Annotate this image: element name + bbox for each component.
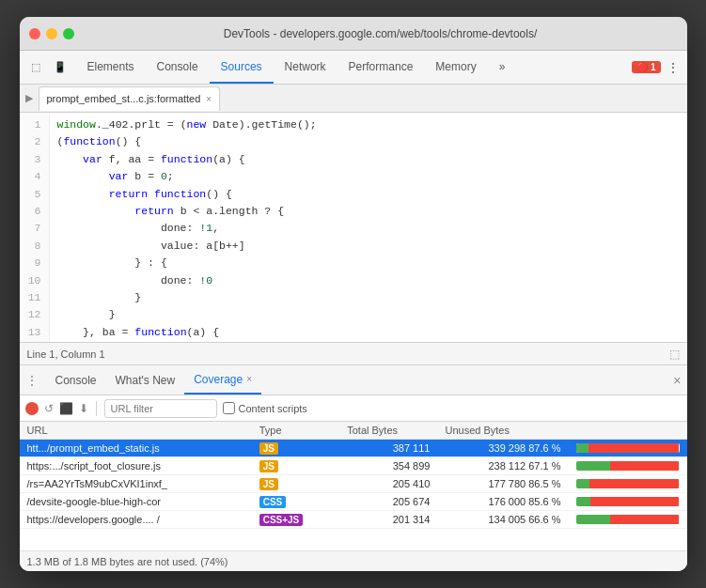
coverage-toolbar: ↺ ⬛ ⬇ Content scripts <box>20 395 687 422</box>
cell-total: 354 899 <box>339 457 437 475</box>
cell-bar <box>569 511 687 529</box>
cursor-position: Line 1, Column 1 <box>27 348 105 360</box>
tab-sources[interactable]: Sources <box>210 51 274 84</box>
cell-unused: 176 000 85.6 % <box>437 493 568 511</box>
code-line: var f, aa = function(a) { <box>57 151 680 168</box>
bottom-panel: ⋮ Console What's New Coverage × × ↺ ⬛ ⬇ … <box>20 364 687 571</box>
stop-icon[interactable]: ⬛ <box>59 402 73 415</box>
inspect-icon[interactable]: ⬚ <box>25 57 46 78</box>
tab-performance[interactable]: Performance <box>337 51 425 84</box>
titlebar: DevTools - developers.google.com/web/too… <box>20 17 687 51</box>
status-text: 1.3 MB of 1.8 MB bytes are not used. (74… <box>27 556 228 567</box>
table-header-row: URL Type Total Bytes Unused Bytes <box>20 422 687 440</box>
cell-bar <box>569 457 687 475</box>
code-line: done: !0 <box>57 272 680 289</box>
panel-tab-coverage[interactable]: Coverage × <box>184 365 261 395</box>
table-row[interactable]: htt.../prompt_embed_static.js JS 387 111… <box>20 440 687 457</box>
cell-unused: 134 005 66.6 % <box>437 511 568 529</box>
panel-toggle-icon[interactable]: ▶ <box>25 92 33 104</box>
close-button[interactable] <box>29 28 40 39</box>
cell-type: JS <box>252 440 340 457</box>
nav-right: 🔴 1 ⋮ <box>632 60 686 75</box>
code-line: } <box>57 306 680 323</box>
tab-more[interactable]: » <box>488 51 517 84</box>
error-count: 1 <box>651 62 656 72</box>
device-icon[interactable]: 📱 <box>50 57 71 78</box>
table-row[interactable]: https:.../script_foot_closure.js JS 354 … <box>20 457 687 475</box>
cell-type: JS <box>252 475 340 493</box>
devtools-window: DevTools - developers.google.com/web/too… <box>20 17 687 571</box>
code-line: } <box>57 289 680 306</box>
code-area[interactable]: 12345 678910 1112131415 16 window._402.p… <box>20 113 687 342</box>
maximize-button[interactable] <box>63 28 74 39</box>
code-line: return function() { <box>57 186 680 203</box>
table-row[interactable]: /devsite-google-blue-high-cor CSS 205 67… <box>20 493 687 511</box>
more-menu-icon[interactable]: ⋮ <box>667 60 680 75</box>
toolbar-separator <box>96 401 97 416</box>
tab-memory[interactable]: Memory <box>424 51 487 84</box>
panel-close-icon[interactable]: × <box>673 373 681 388</box>
editor-statusbar: Line 1, Column 1 ⬚ <box>20 342 687 364</box>
line-numbers: 12345 678910 1112131415 16 <box>20 113 50 342</box>
bottom-status: 1.3 MB of 1.8 MB bytes are not used. (74… <box>20 550 687 571</box>
cell-bar <box>569 440 687 457</box>
minimize-button[interactable] <box>46 28 57 39</box>
cell-total: 387 111 <box>339 440 437 457</box>
cell-type: CSS <box>252 493 340 511</box>
window-title: DevTools - developers.google.com/web/too… <box>84 27 678 40</box>
file-tab-label: prompt_embed_st...c.js:formatted <box>47 93 201 104</box>
tab-elements[interactable]: Elements <box>76 51 146 84</box>
content-scripts-label[interactable]: Content scripts <box>223 402 307 414</box>
table-row[interactable]: https://developers.google.... / CSS+JS 2… <box>20 511 687 529</box>
cell-type: JS <box>252 457 340 475</box>
error-badge: 🔴 1 <box>632 61 660 73</box>
format-icon: ⬚ <box>669 348 680 361</box>
panel-menu-icon[interactable]: ⋮ <box>25 373 39 388</box>
reload-icon[interactable]: ↺ <box>44 402 54 415</box>
code-line: value: a[b++] <box>57 238 680 255</box>
col-bar <box>569 422 687 440</box>
code-line: return b < a.length ? { <box>57 203 680 220</box>
panel-tab-coverage-close[interactable]: × <box>246 374 252 384</box>
panel-tabs: ⋮ Console What's New Coverage × × <box>20 365 687 395</box>
url-filter-input[interactable] <box>104 399 217 418</box>
cell-url: /rs=AA2YrTsM9ubCxVKI1inxf_ <box>20 475 252 493</box>
col-total: Total Bytes <box>339 422 437 440</box>
cell-url: /devsite-google-blue-high-cor <box>20 493 252 511</box>
main-navbar: ⬚ 📱 Elements Console Sources Network Per… <box>20 51 687 85</box>
table-row[interactable]: /rs=AA2YrTsM9ubCxVKI1inxf_ JS 205 410 17… <box>20 475 687 493</box>
coverage-table[interactable]: URL Type Total Bytes Unused Bytes htt...… <box>20 422 687 550</box>
cell-unused: 238 112 67.1 % <box>437 457 568 475</box>
tab-console[interactable]: Console <box>146 51 210 84</box>
tab-network[interactable]: Network <box>274 51 337 84</box>
download-icon[interactable]: ⬇ <box>79 402 88 415</box>
cell-url: htt.../prompt_embed_static.js <box>20 440 252 457</box>
content-scripts-checkbox[interactable] <box>223 402 235 414</box>
cell-unused: 177 780 86.5 % <box>437 475 568 493</box>
table-body: htt.../prompt_embed_static.js JS 387 111… <box>20 440 687 529</box>
cell-url: https:.../script_foot_closure.js <box>20 457 252 475</box>
panel-tab-coverage-label: Coverage <box>194 373 243 386</box>
col-url: URL <box>20 422 252 440</box>
panel-tab-console[interactable]: Console <box>46 365 106 395</box>
file-tab-close[interactable]: × <box>206 94 212 104</box>
code-line: done: !1, <box>57 220 680 237</box>
code-line: window._402.prlt = (new Date).getTime(); <box>57 116 680 133</box>
code-line: (function() { <box>57 133 680 150</box>
cell-type: CSS+JS <box>252 511 340 529</box>
cell-url: https://developers.google.... / <box>20 511 252 529</box>
error-icon: 🔴 <box>636 62 648 72</box>
code-content[interactable]: window._402.prlt = (new Date).getTime();… <box>50 113 687 342</box>
content-scripts-text: Content scripts <box>239 403 307 414</box>
nav-tabs: Elements Console Sources Network Perform… <box>76 51 633 84</box>
table: URL Type Total Bytes Unused Bytes htt...… <box>20 422 687 529</box>
panel-tab-whatsnew[interactable]: What's New <box>106 365 185 395</box>
code-line: var b = 0; <box>57 168 680 185</box>
file-tab-active[interactable]: prompt_embed_st...c.js:formatted × <box>39 86 221 111</box>
cell-total: 201 314 <box>339 511 437 529</box>
record-button[interactable] <box>25 402 39 415</box>
cell-total: 205 674 <box>339 493 437 511</box>
file-tab-bar: ▶ prompt_embed_st...c.js:formatted × <box>20 85 687 113</box>
cell-total: 205 410 <box>339 475 437 493</box>
cell-bar <box>569 493 687 511</box>
